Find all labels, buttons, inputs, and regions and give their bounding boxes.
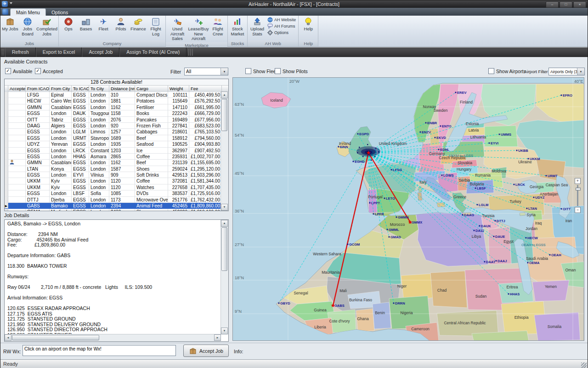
details-scroll-down-icon[interactable]: ▼ bbox=[221, 328, 228, 334]
airport-marker[interactable]: LPFR bbox=[373, 212, 384, 216]
details-vertical-scrollbar[interactable]: ▲ ▼ bbox=[220, 220, 228, 334]
finance-button[interactable]: Finance bbox=[130, 16, 147, 32]
airport-marker[interactable]: LGLM bbox=[477, 203, 489, 207]
details-scroll-right-icon[interactable]: ► bbox=[214, 334, 221, 341]
help-button[interactable]: Help bbox=[300, 16, 317, 32]
scroll-down-icon[interactable]: ▼ bbox=[221, 204, 228, 211]
zoom-slider-thumb[interactable] bbox=[576, 188, 581, 190]
airport-marker[interactable]: HECW bbox=[526, 236, 538, 240]
airport-marker[interactable]: GCGM bbox=[347, 242, 360, 247]
column-header[interactable]: Fee bbox=[189, 86, 222, 92]
table-row[interactable]: EGSSLondonEYVIVilnius909Soft Drinks42951… bbox=[5, 172, 221, 178]
details-horizontal-scrollbar[interactable]: ◄ ► bbox=[5, 334, 221, 341]
zoom-in-button[interactable]: + bbox=[575, 178, 581, 184]
toolstrip-grip[interactable] bbox=[1, 49, 4, 55]
table-row[interactable]: LFSGEpinalEGSSLondon310Compact Discs1001… bbox=[5, 92, 221, 98]
airport-marker[interactable]: LRCK bbox=[514, 183, 526, 187]
table-row[interactable]: UKKMKyivEGSSLondon1120Watches227658£1,70… bbox=[5, 184, 221, 190]
toolstrip-end-grip[interactable] bbox=[188, 49, 193, 56]
lease-buy-new-aircraft-button[interactable]: ✈ Lease/Buy New Aircraft bbox=[188, 16, 209, 42]
scroll-up-icon[interactable]: ▲ bbox=[221, 92, 228, 98]
ops-button[interactable]: Ops bbox=[60, 16, 77, 32]
airport-marker[interactable]: EKVD bbox=[435, 136, 447, 140]
table-row[interactable]: UKKMKyivEGSSLondon1120Coffee372081£1,581… bbox=[5, 178, 221, 184]
zoom-slider[interactable] bbox=[577, 185, 578, 206]
flight-log-button[interactable]: Flight Log bbox=[147, 16, 164, 37]
table-row[interactable]: EGSSLondonHHASAsmara2865Coffee235931£1,0… bbox=[5, 154, 221, 160]
table-row[interactable]: GMMNCasablancaEGSSLondon1162Beef231139£1… bbox=[5, 160, 221, 166]
table-row[interactable]: EGSSLondonLBSFSofia1085DVDs383537£1,725,… bbox=[5, 190, 221, 196]
accepted-checkbox-box[interactable]: ✓ bbox=[35, 68, 41, 74]
assign-to-pilot-button[interactable]: Assign To Pilot (AI Crew) bbox=[119, 47, 187, 57]
details-hscroll-thumb[interactable] bbox=[12, 335, 99, 340]
show-pilots-checkbox[interactable]: Show Pilots bbox=[275, 68, 308, 74]
minimize-button[interactable]: – bbox=[546, 1, 559, 8]
details-scroll-left-icon[interactable]: ◄ bbox=[5, 334, 11, 341]
airport-marker[interactable]: LPPT bbox=[369, 201, 380, 205]
my-jobs-button[interactable]: My Jobs bbox=[1, 16, 19, 32]
airport-marker[interactable]: GMMN bbox=[396, 215, 409, 219]
airport-marker[interactable]: DA11 bbox=[474, 229, 484, 233]
airport-marker[interactable]: LFSG bbox=[391, 168, 402, 172]
show-pilots-checkbox-box[interactable] bbox=[275, 68, 281, 74]
used-aircraft-sales-button[interactable]: ✈ Used Aircraft Sales bbox=[167, 16, 188, 42]
column-header[interactable]: To City bbox=[89, 86, 109, 92]
airport-marker[interactable]: LTAN bbox=[526, 207, 537, 211]
filter-dropdown-arrow-icon[interactable]: ▼ bbox=[220, 68, 228, 75]
airport-marker[interactable]: UKBB bbox=[516, 149, 529, 153]
table-vertical-scrollbar[interactable]: ▲ ▼ bbox=[220, 92, 228, 211]
airport-marker[interactable]: GMML bbox=[387, 228, 400, 232]
table-row[interactable]: EGSSLondonDAUKTouggourt1158Books222243£6… bbox=[5, 110, 221, 116]
accepted-checkbox[interactable]: ✓ Accepted bbox=[35, 68, 63, 74]
airport-marker[interactable]: ENBR bbox=[425, 121, 437, 125]
stock-market-button[interactable]: Stock Market bbox=[229, 16, 246, 37]
airport-marker[interactable]: OEAH bbox=[549, 253, 561, 257]
ah-options-button[interactable]: Options bbox=[267, 30, 296, 35]
table-row[interactable]: UDYZYerevanEGSSLondon1935Seafood190525£9… bbox=[5, 141, 221, 147]
upload-stats-button[interactable]: Upload Stats bbox=[249, 16, 266, 37]
column-header[interactable]: From City bbox=[50, 86, 72, 92]
map-canvas[interactable]: EREVEFROENBRENTOENZVEGPDEKVDEINNEDHLEGHD… bbox=[233, 78, 584, 340]
column-header[interactable]: Distance (nm) bbox=[109, 86, 135, 92]
details-scroll-thumb[interactable] bbox=[221, 227, 227, 271]
bases-button[interactable]: Bases bbox=[77, 16, 95, 32]
show-fleet-checkbox-box[interactable] bbox=[245, 68, 251, 74]
table-row[interactable]: EGSSLondonLGLMLimnos1257Cabbages218601£7… bbox=[5, 129, 221, 135]
refresh-button[interactable]: Refresh bbox=[5, 47, 36, 57]
column-header[interactable]: Accepted bbox=[8, 86, 26, 92]
airport-marker[interactable]: ENZV bbox=[420, 130, 431, 134]
completed-jobs-button[interactable]: Completed Jobs bbox=[36, 16, 57, 37]
accept-job-button[interactable]: Accept Job bbox=[183, 345, 229, 357]
details-scroll-up-icon[interactable]: ▲ bbox=[221, 220, 228, 227]
airport-marker[interactable]: DTTJ bbox=[495, 219, 505, 223]
show-airports-checkbox[interactable]: Show Airports bbox=[488, 68, 526, 74]
column-header[interactable]: To ICAO bbox=[72, 86, 89, 92]
available-checkbox-box[interactable]: ✓ bbox=[5, 68, 11, 74]
column-header[interactable]: From ICAO bbox=[26, 86, 50, 92]
column-header[interactable]: Cargo bbox=[135, 86, 168, 92]
table-row[interactable]: ▶GABSBamakoEGSSLondon2394Animal Feed4524… bbox=[5, 203, 221, 209]
airport-marker[interactable]: EGHD bbox=[353, 160, 365, 164]
airport-marker[interactable]: EREV bbox=[455, 91, 467, 95]
airport-marker[interactable]: EFRO bbox=[561, 93, 572, 98]
airport-marker[interactable]: DAAT bbox=[484, 260, 496, 264]
table-row[interactable]: GMMNCasablancaEGSSLondon1162Fertiliser14… bbox=[5, 104, 221, 110]
route-map[interactable]: EREVEFROENBRENTOENZVEGPDEKVDEINNEDHLEGHD… bbox=[232, 77, 584, 341]
column-header[interactable]: Weight bbox=[168, 86, 189, 92]
airport-marker[interactable]: DAUK bbox=[479, 224, 492, 228]
close-button[interactable]: × bbox=[573, 1, 586, 8]
table-row[interactable]: HECWCairo WestEGSSLondon1881Potatoes1156… bbox=[5, 98, 221, 104]
fleet-button[interactable]: ✈ Fleet bbox=[95, 16, 112, 32]
maximize-button[interactable]: □ bbox=[560, 1, 572, 8]
airport-marker[interactable]: DRRN bbox=[393, 301, 405, 305]
table-row[interactable]: DTTJDjerbaEGSSLondon1173Microwave Ovens2… bbox=[5, 197, 221, 203]
zoom-out-button[interactable]: − bbox=[575, 207, 581, 213]
jobs-board-button[interactable]: Jobs Board bbox=[19, 16, 36, 37]
airport-marker[interactable]: URMT bbox=[546, 174, 558, 178]
table-row[interactable]: OEMAMadinahEGSSLondon2430Shoes452620£1,8… bbox=[5, 209, 221, 211]
airport-marker[interactable]: GMAD bbox=[389, 235, 401, 239]
airport-marker[interactable]: DAUE bbox=[493, 235, 505, 239]
airport-marker[interactable]: DAAG bbox=[462, 213, 475, 217]
airport-marker[interactable]: LBSF bbox=[475, 186, 486, 190]
table-row[interactable]: EGSSLondonURMTStavropol1689Beef158912£79… bbox=[5, 135, 221, 141]
